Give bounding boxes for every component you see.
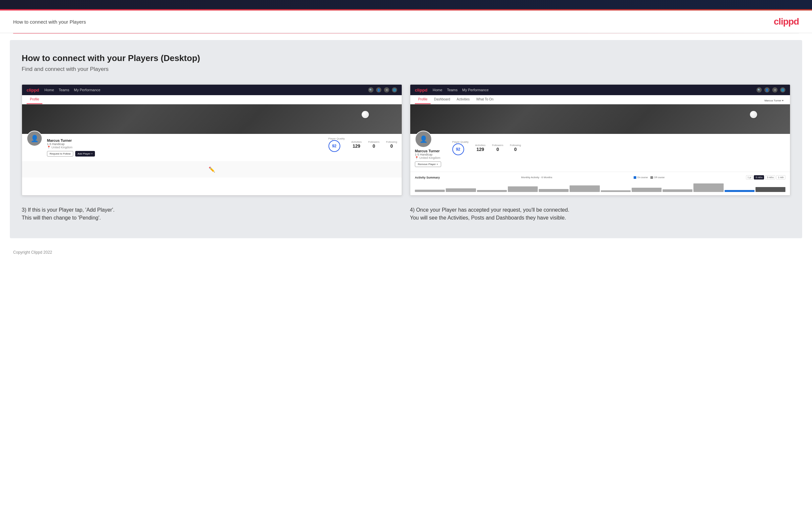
player-quality-label-2: Player Quality bbox=[452, 140, 469, 144]
app-profile-section-2: 👤 Marcus Turner 1-5 Handicap 📍 United Ki… bbox=[410, 134, 790, 172]
time-3mths[interactable]: 3 mths bbox=[765, 175, 775, 179]
avatar-icon-1: 👤 bbox=[31, 134, 39, 143]
app-navbar-1: clippd Home Teams My Performance 🔍 👤 ⚙ 🌐 bbox=[22, 84, 402, 95]
chart-bar bbox=[477, 190, 507, 192]
nav-myperformance-1[interactable]: My Performance bbox=[74, 88, 101, 92]
globe-icon-2[interactable]: 🌐 bbox=[780, 87, 785, 93]
app-nav-items-2: Home Teams My Performance bbox=[433, 88, 751, 92]
remove-player-wrapper: Remove Player × bbox=[415, 161, 441, 167]
globe-icon-1[interactable]: 🌐 bbox=[392, 87, 397, 93]
nav-teams-2[interactable]: Teams bbox=[447, 88, 458, 92]
search-icon-1[interactable]: 🔍 bbox=[368, 87, 373, 93]
captions-row: 3) If this is your Player tap, 'Add Play… bbox=[22, 206, 790, 222]
nav-home-2[interactable]: Home bbox=[433, 88, 442, 92]
tab-dashboard-2[interactable]: Dashboard bbox=[430, 95, 453, 104]
avatar-icon-2: 👤 bbox=[419, 135, 428, 143]
player-handicap-2: 1-5 Handicap bbox=[415, 153, 441, 156]
player-dropdown[interactable]: Marcus Turner ▾ bbox=[764, 97, 785, 103]
time-6mths[interactable]: 6 mths bbox=[754, 175, 764, 179]
legend-on-text: On course bbox=[637, 176, 648, 178]
activities-value-2: 129 bbox=[475, 147, 486, 152]
caption-text-4: 4) Once your Player has accepted your re… bbox=[410, 206, 790, 222]
activity-legend: On course Off course bbox=[633, 176, 664, 179]
copyright-text: Copyright Clippd 2022 bbox=[13, 250, 52, 255]
location-text-2: United Kingdom bbox=[419, 156, 441, 160]
activity-period: Monthly Activity · 6 Months bbox=[521, 176, 553, 179]
search-icon-2[interactable]: 🔍 bbox=[757, 87, 762, 93]
avatar-1: 👤 bbox=[27, 130, 42, 146]
caption-block-3: 3) If this is your Player tap, 'Add Play… bbox=[22, 206, 402, 222]
chart-bar bbox=[756, 187, 785, 192]
page-subheading: Find and connect with your Players bbox=[22, 66, 790, 72]
logo: clippd bbox=[774, 16, 799, 27]
profile-stats-2: Player Quality 92 Activities 129 Followe… bbox=[452, 140, 521, 155]
followers-label-2: Followers bbox=[492, 144, 503, 147]
user-icon-2[interactable]: 👤 bbox=[764, 87, 770, 93]
legend-dot-on bbox=[633, 176, 636, 179]
remove-player-button[interactable]: Remove Player × bbox=[415, 161, 441, 167]
player-name-1: Marcus Turner bbox=[47, 138, 324, 143]
followers-block-1: Followers 0 bbox=[368, 140, 379, 149]
top-bar bbox=[0, 0, 812, 9]
tab-profile-2[interactable]: Profile bbox=[415, 95, 430, 104]
app-tabs-2: Profile Dashboard Activities What To On … bbox=[410, 95, 790, 104]
app-logo-1: clippd bbox=[27, 88, 39, 93]
chart-bar bbox=[570, 185, 600, 192]
legend-on-course: On course bbox=[633, 176, 648, 179]
app-nav-items-1: Home Teams My Performance bbox=[44, 88, 363, 92]
tabs-left-2: Profile Dashboard Activities What To On bbox=[415, 95, 497, 104]
add-player-button[interactable]: Add Player + bbox=[75, 151, 95, 157]
tab-activities-2[interactable]: Activities bbox=[453, 95, 473, 104]
location-pin-icon-2: 📍 bbox=[415, 156, 418, 160]
profile-stats-1: Player Quality 92 Activities 129 Followe… bbox=[328, 137, 397, 152]
activities-label-1: Activities bbox=[351, 140, 362, 144]
player-name-col-2: Marcus Turner 1-5 Handicap 📍 United King… bbox=[415, 149, 441, 167]
player-quality-block-1: Player Quality 92 bbox=[328, 137, 345, 152]
nav-home-1[interactable]: Home bbox=[44, 88, 54, 92]
golf-ball-1 bbox=[362, 111, 369, 118]
app-nav-icons-1: 🔍 👤 ⚙ 🌐 bbox=[368, 87, 397, 93]
tab-whattoon-2[interactable]: What To On bbox=[473, 95, 497, 104]
golf-ball-2 bbox=[750, 111, 757, 118]
player-dropdown-label: Marcus Turner ▾ bbox=[764, 99, 783, 102]
activities-block-2: Activities 129 bbox=[475, 144, 486, 152]
activities-block-1: Activities 129 bbox=[351, 140, 362, 149]
player-quality-block-2: Player Quality 92 bbox=[452, 140, 469, 155]
pencil-icon: ✏️ bbox=[209, 166, 215, 173]
app-profile-section-1: 👤 Marcus Turner 1-5 Handicap 📍 United Ki… bbox=[22, 134, 402, 161]
followers-label-1: Followers bbox=[368, 140, 379, 144]
settings-icon-2[interactable]: ⚙ bbox=[772, 87, 777, 93]
activity-header: Activity Summary Monthly Activity · 6 Mo… bbox=[415, 175, 785, 179]
header-divider bbox=[13, 33, 799, 34]
following-value-2: 0 bbox=[510, 147, 521, 152]
time-1yr[interactable]: 1 yr bbox=[746, 175, 753, 179]
chart-bar bbox=[694, 183, 723, 192]
caption-text-3: 3) If this is your Player tap, 'Add Play… bbox=[22, 206, 402, 222]
request-follow-button[interactable]: Request to Follow bbox=[47, 151, 73, 157]
chart-bars bbox=[415, 182, 785, 192]
avatar-name-col: 👤 Marcus Turner 1-5 Handicap 📍 United Ki… bbox=[415, 137, 441, 167]
legend-off-text: Off course bbox=[654, 176, 664, 178]
app-tabs-1: Profile bbox=[22, 95, 402, 104]
following-label-2: Following bbox=[510, 144, 521, 147]
screenshots-row: clippd Home Teams My Performance 🔍 👤 ⚙ 🌐… bbox=[22, 84, 790, 195]
chart-bar bbox=[508, 186, 538, 192]
app-nav-icons-2: 🔍 👤 ⚙ 🌐 bbox=[757, 87, 785, 93]
app-navbar-2: clippd Home Teams My Performance 🔍 👤 ⚙ 🌐 bbox=[410, 84, 790, 95]
tab-profile-1[interactable]: Profile bbox=[27, 95, 42, 104]
chart-bar bbox=[446, 188, 476, 192]
app-banner-1 bbox=[22, 104, 402, 134]
following-block-2: Following 0 bbox=[510, 144, 521, 152]
user-icon-1[interactable]: 👤 bbox=[376, 87, 382, 93]
followers-value-1: 0 bbox=[368, 144, 379, 149]
avatar-2: 👤 bbox=[415, 130, 432, 148]
nav-teams-1[interactable]: Teams bbox=[59, 88, 69, 92]
time-1mth[interactable]: 1 mth bbox=[776, 175, 785, 179]
screenshot-1: clippd Home Teams My Performance 🔍 👤 ⚙ 🌐… bbox=[22, 84, 402, 195]
nav-myperformance-2[interactable]: My Performance bbox=[462, 88, 489, 92]
banner-bg-2 bbox=[410, 104, 790, 134]
settings-icon-1[interactable]: ⚙ bbox=[384, 87, 389, 93]
player-location-1: 📍 United Kingdom bbox=[47, 146, 324, 149]
main-content: How to connect with your Players (Deskto… bbox=[10, 40, 802, 238]
chart-bar bbox=[632, 188, 662, 192]
